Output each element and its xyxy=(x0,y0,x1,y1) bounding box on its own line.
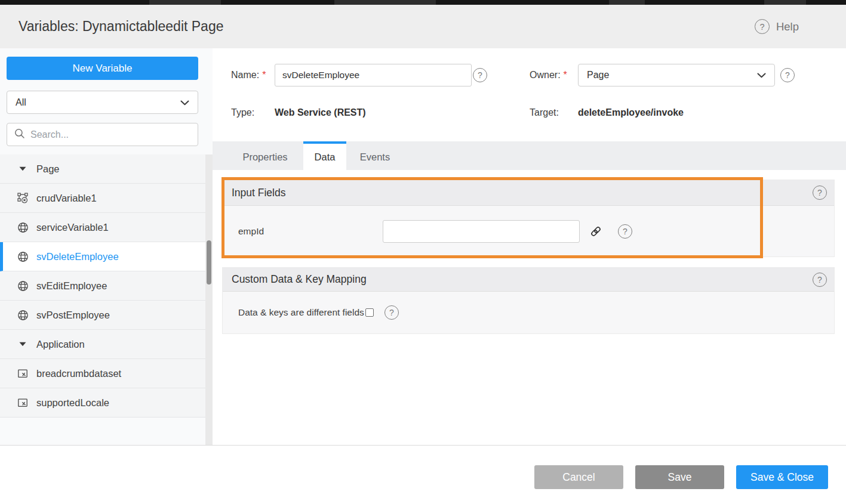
sidebar-item-supportedlocale[interactable]: supportedLocale xyxy=(0,388,205,418)
background-fragment xyxy=(764,0,806,5)
input-field-help-icon[interactable]: ? xyxy=(618,224,632,239)
type-label: Type: xyxy=(231,106,254,119)
save-close-button[interactable]: Save & Close xyxy=(736,465,828,489)
search-icon xyxy=(14,128,25,141)
owner-label-text: Owner: xyxy=(530,70,561,80)
background-app-strip xyxy=(0,0,846,5)
bind-link-icon[interactable] xyxy=(589,225,602,238)
required-marker: * xyxy=(262,70,266,80)
different-fields-help-icon[interactable]: ? xyxy=(384,305,399,320)
variable-item-label: crudVariable1 xyxy=(36,193,97,204)
tab-data[interactable]: Data xyxy=(303,141,346,170)
crud-icon xyxy=(17,193,29,204)
input-fields-help-icon[interactable]: ? xyxy=(813,185,827,200)
variable-item-label: Application xyxy=(36,339,85,350)
page-title: Variables: Dynamictableedit Page xyxy=(19,5,223,48)
custom-mapping-section: Custom Data & Key Mapping ? Data & keys … xyxy=(222,267,835,334)
sidebar-scrollbar-thumb[interactable] xyxy=(207,240,211,285)
input-fields-title: Input Fields xyxy=(232,187,285,199)
target-value: deleteEmployee/invoke xyxy=(578,106,684,119)
sidebar-scrollbar-track xyxy=(205,154,213,445)
globe-icon xyxy=(17,222,29,233)
sidebar-item-svpostemployee[interactable]: svPostEmployee xyxy=(0,301,205,330)
sidebar-group-page[interactable]: Page xyxy=(0,154,205,184)
owner-label: Owner:* xyxy=(530,64,567,86)
owner-select[interactable]: Page xyxy=(578,64,775,86)
sidebar-item-sveditemployee[interactable]: svEditEmployee xyxy=(0,271,205,301)
tab-label: Data xyxy=(315,151,336,163)
input-fields-header: Input Fields ? xyxy=(223,180,834,206)
name-label-text: Name: xyxy=(231,70,259,80)
variable-item-label: Page xyxy=(36,163,60,175)
globe-icon xyxy=(17,280,29,292)
custom-mapping-header: Custom Data & Key Mapping ? xyxy=(223,268,834,292)
cancel-button[interactable]: Cancel xyxy=(534,465,623,489)
variable-item-label: supportedLocale xyxy=(36,397,109,409)
input-field-value[interactable] xyxy=(383,220,580,243)
new-variable-button[interactable]: New Variable xyxy=(7,57,198,80)
custom-mapping-body: Data & keys are different fields ? xyxy=(223,292,834,333)
required-marker: * xyxy=(564,70,567,80)
different-fields-label: Data & keys are different fields xyxy=(238,307,364,318)
name-input[interactable] xyxy=(275,64,472,86)
sidebar-item-breadcrumbdataset[interactable]: breadcrumbdataset xyxy=(0,359,205,388)
filter-selected-value: All xyxy=(16,97,26,108)
background-fragment xyxy=(149,0,221,5)
model-icon xyxy=(17,368,29,379)
sidebar-group-application[interactable]: Application xyxy=(0,330,205,359)
variable-item-label: breadcrumbdataset xyxy=(36,368,121,379)
variable-item-label: svPostEmployee xyxy=(36,310,110,321)
save-button[interactable]: Save xyxy=(635,465,724,489)
dialog-footer: Cancel Save Save & Close xyxy=(0,445,846,504)
target-label: Target: xyxy=(530,106,559,119)
variables-sidebar: New Variable All PagecrudVariable1servic… xyxy=(0,48,213,445)
chevron-down-icon xyxy=(757,70,766,81)
model-icon xyxy=(17,397,29,409)
sidebar-item-servicevariable1[interactable]: serviceVariable1 xyxy=(0,213,205,242)
caret-down-icon xyxy=(17,166,29,171)
custom-mapping-help-icon[interactable]: ? xyxy=(813,273,827,287)
variable-search xyxy=(7,123,198,146)
globe-icon xyxy=(17,251,29,262)
name-help-icon[interactable]: ? xyxy=(473,68,487,82)
owner-help-icon[interactable]: ? xyxy=(780,68,795,82)
type-value: Web Service (REST) xyxy=(275,106,366,119)
input-fields-section: Input Fields ? empId? xyxy=(222,180,835,257)
tab-bar: PropertiesDataEvents xyxy=(213,141,846,170)
globe-icon xyxy=(17,310,29,321)
tab-label: Events xyxy=(360,151,390,163)
sidebar-item-svdeleteemployee[interactable]: svDeleteEmployee xyxy=(0,242,205,271)
variable-item-label: svEditEmployee xyxy=(36,280,107,292)
variable-detail-panel: Name:* ? Owner:* Page ? Type: Web Servic… xyxy=(213,48,846,445)
search-input[interactable] xyxy=(30,129,190,140)
background-fragment xyxy=(609,0,645,5)
tab-events[interactable]: Events xyxy=(346,141,404,170)
variable-filter-select[interactable]: All xyxy=(7,91,198,114)
name-label: Name:* xyxy=(231,64,266,86)
variable-list: PagecrudVariable1serviceVariable1svDelet… xyxy=(0,154,205,418)
dialog-header: Variables: Dynamictableedit Page ? Help xyxy=(0,5,846,48)
variable-item-label: serviceVariable1 xyxy=(36,222,109,233)
help-button[interactable]: ? Help xyxy=(755,5,799,48)
input-field-label: empId xyxy=(238,226,383,237)
input-fields-body: empId? xyxy=(223,206,834,256)
tab-properties[interactable]: Properties xyxy=(227,141,303,170)
tab-label: Properties xyxy=(242,151,287,163)
custom-mapping-title: Custom Data & Key Mapping xyxy=(232,273,367,286)
different-fields-checkbox[interactable] xyxy=(365,308,374,317)
owner-selected-value: Page xyxy=(587,70,609,81)
help-icon: ? xyxy=(755,19,770,34)
chevron-down-icon xyxy=(180,97,189,108)
variable-item-label: svDeleteEmployee xyxy=(36,251,119,262)
sidebar-item-crudvariable1[interactable]: crudVariable1 xyxy=(0,184,205,213)
caret-down-icon xyxy=(17,342,29,347)
help-label: Help xyxy=(776,20,799,33)
background-fragment xyxy=(334,0,436,5)
